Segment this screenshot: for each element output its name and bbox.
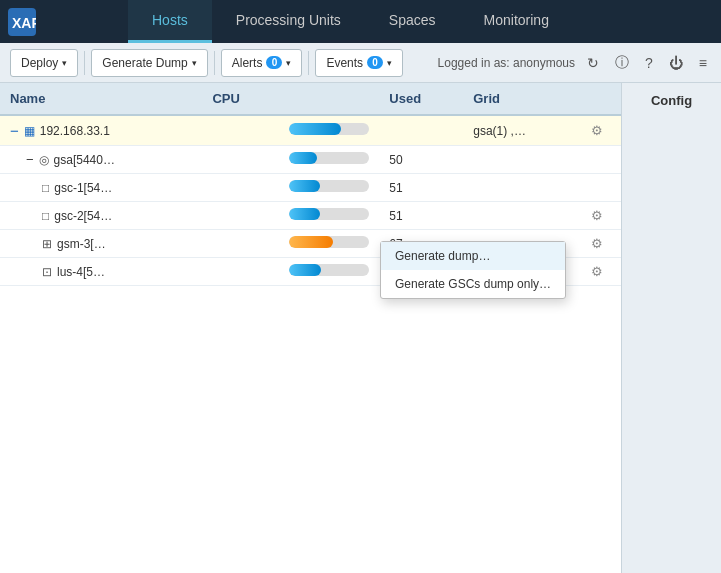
gsc1-cpu-bar-fill bbox=[289, 180, 319, 192]
generate-dump-chevron-icon: ▾ bbox=[192, 58, 197, 68]
lus-cpu-bar bbox=[289, 264, 369, 276]
top-nav: XAP Hosts Processing Units Spaces Monito… bbox=[0, 0, 721, 43]
deploy-button[interactable]: Deploy ▾ bbox=[10, 49, 78, 77]
refresh-icon[interactable]: ↻ bbox=[583, 53, 603, 73]
col-actions bbox=[581, 83, 621, 115]
config-panel-label: Config bbox=[651, 93, 692, 108]
context-menu-item-generate-dump[interactable]: Generate dump… bbox=[381, 242, 565, 270]
gsm-action-cell: ⚙ bbox=[581, 230, 621, 258]
gsc2-used-cell: 51 bbox=[379, 202, 463, 230]
col-cpu-bar bbox=[279, 83, 379, 115]
gsc2-grid-cell bbox=[463, 202, 581, 230]
separator-2 bbox=[214, 51, 215, 75]
col-used: Used bbox=[379, 83, 463, 115]
help-icon[interactable]: ? bbox=[641, 53, 657, 73]
gsa-cpu-bar bbox=[289, 152, 369, 164]
host-cpu-bar-fill bbox=[289, 123, 341, 135]
col-name: Name bbox=[0, 83, 202, 115]
table-row[interactable]: □ gsc-2[54… 51 ⚙ bbox=[0, 202, 621, 230]
table-header-row: Name CPU Used Grid bbox=[0, 83, 621, 115]
col-cpu: CPU bbox=[202, 83, 279, 115]
nav-tabs: Hosts Processing Units Spaces Monitoring bbox=[128, 0, 713, 43]
gsc2-name: gsc-2[54… bbox=[54, 209, 112, 223]
host-link-icon[interactable]: ⚙ bbox=[591, 123, 603, 138]
gsa-cpu-cell bbox=[202, 146, 279, 174]
context-menu: Generate dump… Generate GSCs dump only… bbox=[380, 241, 566, 299]
gsa-grid-cell bbox=[463, 146, 581, 174]
gsm-link-icon[interactable]: ⚙ bbox=[591, 236, 603, 251]
gsa-used-cell: 50 bbox=[379, 146, 463, 174]
gsc1-action-cell bbox=[581, 174, 621, 202]
toolbar: Deploy ▾ Generate Dump ▾ Alerts 0 ▾ Even… bbox=[0, 43, 721, 83]
gsm-cpu-bar bbox=[289, 236, 369, 248]
gsm-name: gsm-3[… bbox=[57, 237, 106, 251]
gsc2-cpu-bar bbox=[289, 208, 369, 220]
lus-cpu-bar-fill bbox=[289, 264, 321, 276]
host-used-cell bbox=[379, 115, 463, 146]
host-action-cell: ⚙ bbox=[581, 115, 621, 146]
gsm-cpu-cell bbox=[202, 230, 279, 258]
gsc2-cpu-cell bbox=[202, 202, 279, 230]
svg-text:XAP: XAP bbox=[12, 15, 36, 31]
main-content: Name CPU Used Grid − ▦ 192.168.33.1 bbox=[0, 83, 721, 573]
events-badge: 0 bbox=[367, 56, 383, 69]
gsa-cpu-bar-fill bbox=[289, 152, 317, 164]
lus-icon: ⊡ bbox=[42, 265, 52, 279]
gsc1-used-cell: 51 bbox=[379, 174, 463, 202]
gsc1-cpu-cell bbox=[202, 174, 279, 202]
nav-tab-monitoring[interactable]: Monitoring bbox=[460, 0, 573, 43]
gsc2-cpu-bar-fill bbox=[289, 208, 319, 220]
gsm-cpu-bar-cell bbox=[279, 230, 379, 258]
lus-name: lus-4[5… bbox=[57, 265, 105, 279]
separator-3 bbox=[308, 51, 309, 75]
gsa-name: gsa[5440… bbox=[54, 153, 115, 167]
gsa-collapse-icon[interactable]: − bbox=[26, 152, 34, 167]
table-row[interactable]: − ▦ 192.168.33.1 gsa(1) ,… ⚙ bbox=[0, 115, 621, 146]
gsa-action-cell bbox=[581, 146, 621, 174]
collapse-icon[interactable]: − bbox=[10, 122, 19, 139]
lus-name-cell: ⊡ lus-4[5… bbox=[0, 258, 202, 286]
context-menu-item-generate-gscs-dump[interactable]: Generate GSCs dump only… bbox=[381, 270, 565, 298]
gsc-icon: □ bbox=[42, 181, 49, 195]
nav-tab-hosts[interactable]: Hosts bbox=[128, 0, 212, 43]
host-cpu-bar-cell bbox=[279, 115, 379, 146]
gsc1-cpu-bar-cell bbox=[279, 174, 379, 202]
gsc1-name-cell: □ gsc-1[54… bbox=[0, 174, 202, 202]
gsc2-cpu-bar-cell bbox=[279, 202, 379, 230]
agent-icon: ◎ bbox=[39, 153, 49, 167]
gsm-name-cell: ⊞ gsm-3[… bbox=[0, 230, 202, 258]
toolbar-right: Logged in as: anonymous ↻ ⓘ ? ⏻ ≡ bbox=[438, 52, 711, 74]
logged-in-label: Logged in as: anonymous bbox=[438, 56, 575, 70]
gsc2-name-cell: □ gsc-2[54… bbox=[0, 202, 202, 230]
alerts-badge: 0 bbox=[266, 56, 282, 69]
gsc2-link-icon[interactable]: ⚙ bbox=[591, 208, 603, 223]
info-icon[interactable]: ⓘ bbox=[611, 52, 633, 74]
generate-dump-button[interactable]: Generate Dump ▾ bbox=[91, 49, 207, 77]
host-cpu-cell bbox=[202, 115, 279, 146]
host-name: 192.168.33.1 bbox=[40, 124, 110, 138]
menu-icon[interactable]: ≡ bbox=[695, 53, 711, 73]
lus-cpu-cell bbox=[202, 258, 279, 286]
power-icon[interactable]: ⏻ bbox=[665, 53, 687, 73]
gsc2-action-cell: ⚙ bbox=[581, 202, 621, 230]
nav-tab-processing-units[interactable]: Processing Units bbox=[212, 0, 365, 43]
lus-link-icon[interactable]: ⚙ bbox=[591, 264, 603, 279]
separator-1 bbox=[84, 51, 85, 75]
host-grid-cell: gsa(1) ,… bbox=[463, 115, 581, 146]
col-grid: Grid bbox=[463, 83, 581, 115]
server-icon: ▦ bbox=[24, 124, 35, 138]
table-row[interactable]: − ◎ gsa[5440… 50 bbox=[0, 146, 621, 174]
host-name-cell: − ▦ 192.168.33.1 bbox=[0, 115, 202, 146]
events-button[interactable]: Events 0 ▾ bbox=[315, 49, 403, 77]
alerts-chevron-icon: ▾ bbox=[286, 58, 291, 68]
logo: XAP bbox=[8, 8, 108, 36]
gsc1-cpu-bar bbox=[289, 180, 369, 192]
nav-tab-spaces[interactable]: Spaces bbox=[365, 0, 460, 43]
table-row[interactable]: □ gsc-1[54… 51 bbox=[0, 174, 621, 202]
lus-action-cell: ⚙ bbox=[581, 258, 621, 286]
gsc-icon: □ bbox=[42, 209, 49, 223]
gsc1-grid-cell bbox=[463, 174, 581, 202]
gsc1-name: gsc-1[54… bbox=[54, 181, 112, 195]
gsa-name-cell: − ◎ gsa[5440… bbox=[0, 146, 202, 174]
alerts-button[interactable]: Alerts 0 ▾ bbox=[221, 49, 303, 77]
